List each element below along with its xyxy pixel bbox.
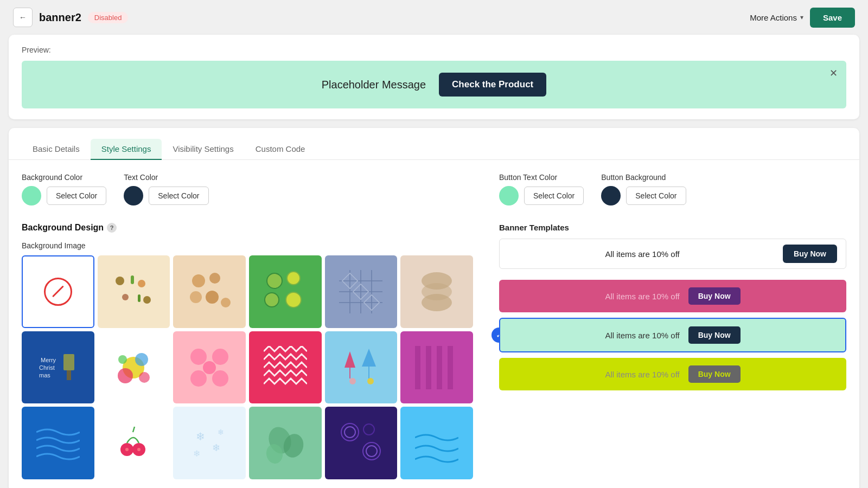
image-cell-abstract[interactable]	[249, 407, 322, 479]
tab-style-settings[interactable]: Style Settings	[91, 139, 162, 160]
button-text-color-field: Button Text Color Select Color	[499, 173, 584, 206]
image-cell-christmas[interactable]: Merry Christ mas	[22, 331, 94, 404]
image-cell-splash[interactable]	[98, 331, 170, 404]
color-row: Background Color Select Color Text Color…	[22, 173, 473, 206]
text-color-label: Text Color	[124, 173, 208, 182]
svg-point-47	[190, 370, 207, 387]
tab-custom-code[interactable]: Custom Code	[245, 139, 316, 160]
button-background-field: Button Background Select Color	[601, 173, 686, 206]
image-cell-diamond[interactable]	[325, 255, 398, 328]
image-cell-stripes[interactable]	[400, 255, 473, 328]
banner-templates-label: Banner Templates	[499, 223, 846, 232]
tab-visibility-settings[interactable]: Visibility Settings	[162, 139, 244, 160]
image-cell-circles2[interactable]	[325, 407, 398, 479]
template-pink[interactable]: All items are 10% off Buy Now	[499, 280, 846, 312]
svg-rect-53	[349, 368, 350, 378]
image-cell-circles[interactable]	[173, 331, 246, 404]
settings-right: Button Text Color Select Color Button Ba…	[499, 173, 846, 479]
template-mint-text: All items are 10% off	[605, 331, 679, 340]
svg-rect-37	[67, 370, 71, 380]
svg-point-14	[267, 273, 282, 288]
info-icon[interactable]: ?	[107, 223, 117, 233]
image-cell-none[interactable]	[22, 255, 94, 328]
svg-rect-36	[63, 354, 74, 370]
image-cell-waves-blue[interactable]	[22, 407, 94, 479]
text-color-button[interactable]: Select Color	[149, 187, 208, 205]
svg-text:❄: ❄	[193, 449, 200, 458]
svg-point-57	[367, 378, 374, 384]
svg-point-31	[422, 294, 452, 311]
template-pink-text: All items are 10% off	[605, 292, 679, 301]
svg-point-3	[138, 280, 145, 287]
image-cell-snow[interactable]: ❄ ❄ ❄ ❄	[173, 407, 246, 479]
back-button[interactable]: ←	[13, 8, 33, 27]
svg-point-45	[190, 349, 207, 365]
background-color-button[interactable]: Select Color	[47, 187, 106, 205]
svg-point-8	[192, 274, 205, 287]
image-cell-magenta[interactable]	[400, 331, 473, 404]
svg-rect-62	[112, 421, 155, 465]
svg-point-1	[116, 277, 124, 285]
image-cell-limes[interactable]	[249, 255, 322, 328]
image-cell-drinks[interactable]	[98, 255, 170, 328]
svg-point-49	[203, 361, 216, 374]
svg-point-41	[135, 353, 148, 366]
tab-basic-details[interactable]: Basic Details	[22, 139, 91, 160]
status-badge: Disabled	[88, 12, 129, 23]
template-lime-text: All items are 10% off	[605, 370, 679, 379]
svg-point-66	[125, 448, 129, 451]
preview-label: Preview:	[22, 46, 846, 54]
template-mint-button[interactable]: Buy Now	[688, 326, 741, 344]
svg-point-11	[206, 291, 219, 304]
button-background-label: Button Background	[601, 173, 686, 182]
save-button[interactable]: Save	[810, 8, 855, 28]
header: ← banner2 Disabled More Actions ▾ Save	[0, 0, 868, 35]
back-icon: ←	[19, 13, 27, 22]
button-background-swatch[interactable]	[601, 186, 621, 206]
no-image-icon	[44, 278, 72, 306]
banner-cta-button[interactable]: Check the Product	[439, 73, 546, 97]
button-text-color-label: Button Text Color	[499, 173, 584, 182]
svg-text:❄: ❄	[218, 428, 224, 436]
image-cell-ocean[interactable]	[400, 407, 473, 479]
template-pink-button[interactable]: Buy Now	[688, 287, 741, 305]
image-cell-faces[interactable]	[173, 255, 246, 328]
settings-body: Background Color Select Color Text Color…	[9, 160, 859, 488]
image-cell-cherry[interactable]	[98, 407, 170, 479]
text-color-picker: Select Color	[124, 186, 208, 206]
button-background-picker: Select Color	[601, 186, 686, 206]
template-preview-button[interactable]: Buy Now	[783, 245, 837, 263]
button-text-color-picker: Select Color	[499, 186, 584, 206]
svg-point-46	[212, 349, 228, 365]
button-text-color-button[interactable]: Select Color	[524, 187, 584, 205]
svg-point-10	[190, 291, 202, 303]
svg-rect-55	[368, 367, 369, 378]
button-background-button[interactable]: Select Color	[626, 187, 686, 205]
background-color-label: Background Color	[22, 173, 106, 182]
background-color-swatch[interactable]	[22, 186, 41, 206]
preview-card: Preview: Placeholder Message Check the P…	[9, 35, 859, 119]
text-color-swatch[interactable]	[124, 186, 143, 206]
template-mint-wrapper: ✓ All items are 10% off Buy Now	[499, 318, 846, 352]
background-design-label: Background Design	[22, 223, 104, 233]
svg-point-56	[349, 378, 356, 384]
image-cell-cocktail[interactable]	[325, 331, 398, 404]
template-lime-button[interactable]: Buy Now	[688, 365, 741, 383]
template-mint[interactable]: All items are 10% off Buy Now	[499, 318, 846, 352]
svg-point-12	[221, 298, 231, 307]
button-text-color-swatch[interactable]	[499, 186, 519, 206]
banner-close-button[interactable]: ✕	[829, 67, 838, 79]
svg-point-6	[143, 296, 151, 304]
background-color-picker: Select Color	[22, 186, 106, 206]
background-image-grid: Merry Christ mas	[22, 255, 473, 479]
svg-point-42	[118, 355, 127, 364]
more-actions-button[interactable]: More Actions ▾	[750, 13, 803, 22]
image-cell-zigzag[interactable]	[249, 331, 322, 404]
template-lime[interactable]: All items are 10% off Buy Now	[499, 358, 846, 390]
svg-text:Christ: Christ	[39, 364, 55, 371]
svg-rect-5	[138, 294, 141, 302]
template-preview-row: All items are 10% off Buy Now	[499, 239, 846, 269]
svg-rect-2	[131, 275, 134, 284]
svg-point-48	[212, 370, 228, 387]
banner-preview: Placeholder Message Check the Product ✕	[22, 61, 846, 108]
